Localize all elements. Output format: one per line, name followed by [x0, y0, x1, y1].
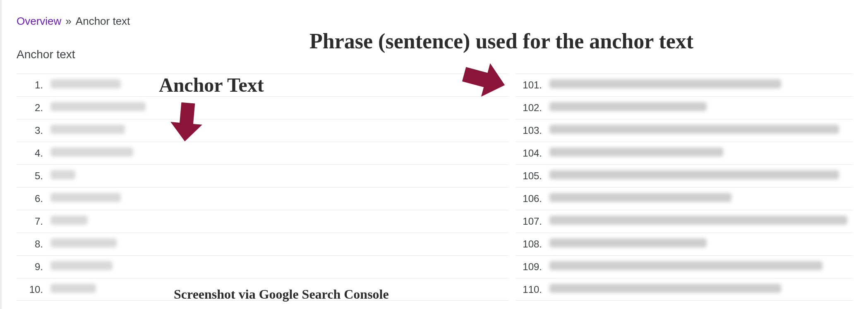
redacted-text — [549, 147, 723, 157]
table-row: 106. — [516, 187, 853, 210]
row-number: 104. — [516, 147, 544, 159]
svg-marker-0 — [460, 57, 509, 102]
row-content[interactable] — [544, 147, 853, 159]
table-row: 108. — [516, 233, 853, 255]
arrow-left-icon — [162, 96, 211, 145]
redacted-text — [549, 170, 839, 179]
table-row: 3. — [17, 119, 509, 142]
row-number: 2. — [17, 102, 46, 114]
row-number: 6. — [17, 193, 46, 204]
row-number: 106. — [516, 193, 544, 204]
redacted-text — [50, 284, 96, 293]
annotation-anchor-label: Anchor Text — [159, 74, 264, 96]
table-row: 5. — [17, 164, 509, 187]
redacted-text — [549, 79, 781, 88]
row-number: 102. — [516, 102, 544, 114]
row-content[interactable] — [46, 147, 509, 159]
table-row: 107. — [516, 210, 853, 233]
row-content[interactable] — [46, 170, 509, 182]
row-content[interactable] — [46, 238, 509, 250]
breadcrumb-separator: » — [65, 15, 71, 28]
row-number: 1. — [17, 79, 46, 91]
row-content[interactable] — [544, 193, 853, 204]
row-content[interactable] — [544, 284, 853, 295]
row-content[interactable] — [46, 102, 509, 114]
table-row: 110. — [516, 278, 853, 301]
row-content[interactable] — [544, 238, 853, 250]
row-number: 109. — [516, 261, 544, 273]
breadcrumb: Overview » Anchor text — [17, 15, 130, 28]
anchor-text-list-right: 101.102.103.104.105.106.107.108.109.110. — [516, 74, 853, 301]
page-title: Anchor text — [17, 48, 75, 61]
table-row: 105. — [516, 164, 853, 187]
table-row: 101. — [516, 74, 853, 96]
row-content[interactable] — [544, 102, 853, 114]
row-number: 9. — [17, 261, 46, 273]
redacted-text — [549, 102, 707, 111]
table-row: 109. — [516, 255, 853, 278]
svg-marker-1 — [169, 102, 204, 143]
breadcrumb-current: Anchor text — [76, 15, 130, 28]
table-row: 7. — [17, 210, 509, 233]
annotation-caption: Screenshot via Google Search Console — [174, 287, 389, 302]
row-number: 110. — [516, 284, 544, 295]
redacted-text — [50, 170, 75, 179]
redacted-text — [50, 102, 146, 111]
redacted-text — [549, 261, 822, 270]
redacted-text — [549, 238, 707, 247]
window-left-border — [0, 0, 2, 309]
redacted-text — [50, 238, 117, 247]
redacted-text — [549, 125, 839, 134]
redacted-text — [50, 79, 121, 88]
table-row: 103. — [516, 119, 853, 142]
row-number: 103. — [516, 125, 544, 136]
table-row: 6. — [17, 187, 509, 210]
redacted-text — [50, 216, 88, 225]
redacted-text — [549, 216, 847, 225]
row-number: 5. — [17, 170, 46, 182]
row-content[interactable] — [544, 261, 853, 273]
table-row: 8. — [17, 233, 509, 255]
table-row: 4. — [17, 142, 509, 164]
row-content[interactable] — [46, 261, 509, 273]
table-row: 2. — [17, 96, 509, 119]
row-number: 105. — [516, 170, 544, 182]
row-number: 8. — [17, 238, 46, 250]
row-number: 101. — [516, 79, 544, 91]
annotation-phrase-label: Phrase (sentence) used for the anchor te… — [309, 29, 693, 53]
row-content[interactable] — [544, 170, 853, 182]
row-number: 7. — [17, 216, 46, 227]
breadcrumb-overview-link[interactable]: Overview — [17, 15, 61, 28]
row-number: 108. — [516, 238, 544, 250]
redacted-text — [50, 193, 121, 202]
row-content[interactable] — [46, 216, 509, 227]
row-content[interactable] — [544, 125, 853, 136]
table-row: 102. — [516, 96, 853, 119]
row-content[interactable] — [46, 125, 509, 136]
redacted-text — [549, 284, 781, 293]
table-row: 9. — [17, 255, 509, 278]
row-content[interactable] — [544, 79, 853, 91]
row-number: 107. — [516, 216, 544, 227]
row-number: 3. — [17, 125, 46, 136]
anchor-text-list-left: 1.2.3.4.5.6.7.8.9.10. — [17, 74, 509, 301]
row-content[interactable] — [46, 193, 509, 204]
table-row: 104. — [516, 142, 853, 164]
row-number: 10. — [17, 284, 46, 295]
row-content[interactable] — [46, 79, 509, 91]
row-content[interactable] — [544, 216, 853, 227]
row-number: 4. — [17, 147, 46, 159]
redacted-text — [549, 193, 731, 202]
redacted-text — [50, 147, 133, 157]
redacted-text — [50, 261, 113, 270]
redacted-text — [50, 125, 125, 134]
